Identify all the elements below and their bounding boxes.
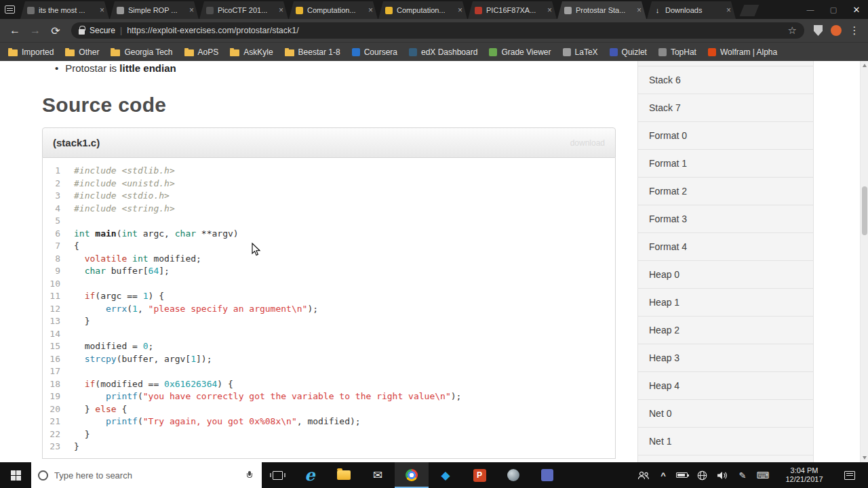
mail-taskbar-button[interactable]: ✉ <box>361 462 395 488</box>
browser-tab[interactable]: its the most ...× <box>20 1 109 19</box>
browser-tab[interactable]: Computation...× <box>289 1 378 19</box>
tab-close-icon[interactable]: × <box>637 6 642 14</box>
scrollbar-down-icon[interactable] <box>861 453 868 462</box>
bookmark-item[interactable]: AoPS <box>184 47 219 57</box>
scrollbar-up-icon[interactable] <box>861 61 868 70</box>
battery-button[interactable] <box>671 462 692 488</box>
new-tab-button[interactable] <box>740 5 760 16</box>
sidebar-item[interactable]: Format 0 <box>637 121 814 150</box>
browser-tab[interactable]: Simple ROP ...× <box>110 1 199 19</box>
code-line: 23} <box>43 441 615 453</box>
extension-icon[interactable] <box>831 25 842 36</box>
bookmark-label: Imported <box>22 47 54 57</box>
tab-close-icon[interactable]: × <box>726 6 731 14</box>
scrollbar-thumb[interactable] <box>862 186 867 235</box>
tab-close-icon[interactable]: × <box>458 6 462 14</box>
bookmark-item[interactable]: Quizlet <box>610 47 647 57</box>
code-text: modified = 0; <box>74 340 153 353</box>
download-link[interactable]: download <box>570 138 605 148</box>
code-text: if(argc == 1) { <box>74 290 164 303</box>
volume-button[interactable] <box>712 462 732 488</box>
start-button[interactable] <box>0 462 31 488</box>
forward-icon[interactable]: → <box>26 21 45 40</box>
sidebar-list: Stack 6Stack 7Format 0Format 1Format 2Fo… <box>637 66 814 462</box>
browser-tab[interactable]: PIC16F87XA...× <box>468 1 557 19</box>
taskbar-clock[interactable]: 3:04 PM 12/21/2017 <box>773 466 835 484</box>
bookmark-item[interactable]: Grade Viewer <box>489 47 551 57</box>
sidebar-item[interactable]: Stack 6 <box>637 66 814 94</box>
sidebar-item[interactable]: Heap 4 <box>637 371 814 400</box>
sidebar-item[interactable]: Format 4 <box>637 232 814 261</box>
edge-taskbar-button[interactable]: e <box>293 462 327 488</box>
browser-tab[interactable]: Protostar Sta...× <box>557 1 646 19</box>
people-button[interactable] <box>632 462 655 488</box>
tray-expand-button[interactable]: ^ <box>655 462 671 488</box>
close-button[interactable]: ✕ <box>845 0 868 19</box>
mail-icon: ✉ <box>373 468 382 483</box>
sidebar-item[interactable]: Heap 3 <box>637 344 814 372</box>
bookmark-item[interactable]: Imported <box>8 47 54 57</box>
line-number: 6 <box>43 228 74 241</box>
code-line: 10 <box>43 278 615 291</box>
task-view-button[interactable] <box>262 462 293 488</box>
tab-list-icon[interactable] <box>5 5 15 14</box>
code-text: #include <unistd.h> <box>74 178 175 190</box>
microphone-icon[interactable] <box>247 471 252 479</box>
line-number: 9 <box>43 265 74 278</box>
tab-close-icon[interactable]: × <box>279 6 283 14</box>
shield-extension-icon[interactable] <box>814 25 823 36</box>
bookmark-item[interactable]: LaTeX <box>563 47 598 57</box>
tab-close-icon[interactable]: × <box>189 6 194 14</box>
action-center-button[interactable] <box>835 471 864 480</box>
browser-tab[interactable]: Computation...× <box>378 1 467 19</box>
code-text: volatile int modified; <box>74 253 201 266</box>
sidebar-item-partial[interactable] <box>637 455 814 462</box>
page-scrollbar[interactable] <box>860 61 868 462</box>
sidebar-item[interactable]: Net 1 <box>637 427 814 455</box>
bookmark-item[interactable]: Georgia Tech <box>111 47 172 57</box>
tab-close-icon[interactable]: × <box>547 6 552 14</box>
task-view-icon <box>273 471 283 480</box>
sidebar-item[interactable]: Format 2 <box>637 177 814 205</box>
browser-menu-icon[interactable]: ⋮ <box>846 24 863 37</box>
sidebar-item[interactable]: Net 0 <box>637 399 814 428</box>
chrome-icon <box>406 469 418 481</box>
url-text[interactable]: https://exploit-exercises.com/protostar/… <box>127 26 783 35</box>
line-number: 12 <box>43 303 74 316</box>
browser-tab[interactable]: PicoCTF 201...× <box>199 1 288 19</box>
line-number: 21 <box>43 415 74 428</box>
steam-taskbar-button[interactable] <box>496 462 530 488</box>
sidebar-item[interactable]: Format 3 <box>637 205 814 233</box>
taskbar-search[interactable]: Type here to search <box>31 462 262 488</box>
sidebar-item[interactable]: Stack 7 <box>637 94 814 122</box>
maximize-button[interactable]: ▢ <box>822 0 845 19</box>
address-bar[interactable]: Secure | https://exploit-exercises.com/p… <box>71 22 804 39</box>
bookmark-item[interactable]: edX Dashboard <box>409 47 477 57</box>
minimize-button[interactable]: — <box>799 0 822 19</box>
sidebar-item[interactable]: Heap 2 <box>637 316 814 344</box>
app-taskbar-button[interactable] <box>530 462 564 488</box>
bookmark-item[interactable]: Coursera <box>352 47 397 57</box>
bookmark-item[interactable]: Beestar 1-8 <box>285 47 340 57</box>
bookmark-item[interactable]: Wolfram | Alpha <box>708 47 777 57</box>
sidebar-item[interactable]: Format 1 <box>637 149 814 178</box>
reload-icon[interactable]: ⟳ <box>46 21 65 40</box>
bookmark-item[interactable]: TopHat <box>658 47 696 57</box>
mixed-reality-taskbar-button[interactable]: ◆ <box>429 462 462 488</box>
tab-close-icon[interactable]: × <box>368 6 373 14</box>
pen-button[interactable]: ✎ <box>732 462 753 488</box>
network-button[interactable] <box>692 462 712 488</box>
touch-keyboard-button[interactable]: ⌨ <box>753 462 773 488</box>
file-explorer-taskbar-button[interactable] <box>327 462 361 488</box>
bookmark-item[interactable]: AskKyle <box>230 47 273 57</box>
sidebar-item[interactable]: Heap 1 <box>637 288 814 317</box>
powerpoint-taskbar-button[interactable]: P <box>462 462 496 488</box>
code-text: printf("you have correctly got the varia… <box>74 390 461 403</box>
chrome-taskbar-button[interactable] <box>395 462 429 488</box>
bookmark-item[interactable]: Other <box>65 47 99 57</box>
back-icon[interactable]: ← <box>5 21 24 40</box>
browser-tab[interactable]: ↓Downloads× <box>647 1 736 19</box>
tab-close-icon[interactable]: × <box>100 6 104 14</box>
sidebar-item[interactable]: Heap 0 <box>637 260 814 289</box>
bookmark-star-icon[interactable]: ☆ <box>788 24 797 37</box>
